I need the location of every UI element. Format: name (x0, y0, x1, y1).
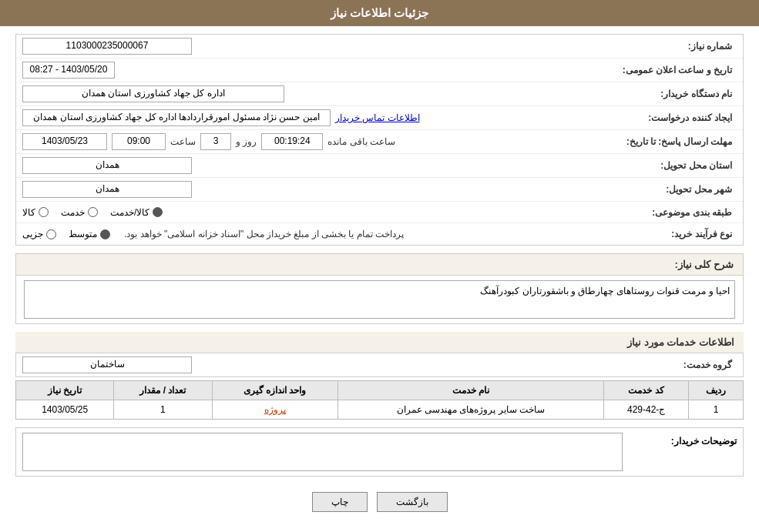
buyer-desc-area (22, 433, 623, 471)
category-value-cell: کالا/خدمت خدمت کالا (22, 207, 629, 218)
deadline-row: مهلت ارسال پاسخ: تا تاریخ: ساعت باقی مان… (16, 130, 743, 154)
time-label: ساعت (170, 136, 196, 147)
radio-label-goods-service: کالا/خدمت (110, 207, 149, 218)
creator-contact-link[interactable]: اطلاعات تماس خریدار (335, 112, 420, 123)
creator-inline: اطلاعات تماس خریدار امین حسن نژاد مسئول … (22, 109, 420, 126)
buyer-org-row: نام دستگاه خریدار: اداره کل جهاد کشاورزی… (16, 82, 743, 106)
cell-service-name: ساخت سایر پروژه‌های مهندسی عمران (338, 400, 604, 420)
need-description-section: شرح کلی نیاز: احیا و مرمت قنوات روستاهای… (15, 253, 744, 324)
category-radio-goods-service[interactable]: کالا/خدمت (110, 207, 163, 218)
radio-label-medium: متوسط (69, 229, 97, 239)
city-row: شهر محل تحویل: همدان (16, 178, 743, 202)
buyer-org-input: اداره کل جهاد کشاورزی استان همدان (22, 85, 284, 102)
time-input: 09:00 (112, 133, 166, 150)
radio-label-small: جزیی (22, 229, 43, 239)
purchase-type-label: نوع فرآیند خرید: (629, 229, 737, 239)
services-table-body: 1 ج-42-429 ساخت سایر پروژه‌های مهندسی عم… (16, 400, 744, 420)
purchase-type-inline: پرداخت تمام یا بخشی از مبلغ خریداز محل "… (22, 229, 404, 239)
announce-row: تاریخ و ساعت اعلان عمومی: 1403/05/20 - 0… (16, 59, 743, 82)
province-input: همدان (22, 157, 192, 174)
purchase-type-row: نوع فرآیند خرید: پرداخت تمام یا بخشی از … (16, 223, 743, 245)
category-radio-goods[interactable]: کالا (22, 207, 49, 218)
remaining-label: ساعت باقی مانده (327, 136, 395, 147)
buyer-org-value-cell: اداره کل جهاد کشاورزی استان همدان (22, 85, 629, 102)
content-area: شماره نیاز: 1103000235000067 تاریخ و ساع… (0, 26, 759, 532)
cell-service-code: ج-42-429 (604, 400, 689, 420)
need-description-area: احیا و مرمت قنوات روستاهای چهارطاق و باش… (16, 276, 743, 323)
page-wrapper: جزئیات اطلاعات نیاز شماره نیاز: 11030002… (0, 0, 759, 532)
deadline-label: مهلت ارسال پاسخ: تا تاریخ: (626, 136, 737, 147)
service-group-value-cell: ساختمان (22, 356, 629, 373)
services-section-title: اطلاعات خدمات مورد نیاز (15, 332, 744, 353)
remaining-input: 00:19:24 (261, 133, 323, 150)
days-label: روز و (236, 136, 257, 147)
category-row: طبقه بندی موضوعی: کالا/خدمت خدمت (16, 202, 743, 223)
need-number-input: 1103000235000067 (22, 38, 192, 55)
need-description-box[interactable]: احیا و مرمت قنوات روستاهای چهارطاق و باش… (24, 280, 735, 319)
province-value-cell: همدان (22, 157, 629, 174)
radio-label-service: خدمت (61, 207, 85, 218)
province-label: استان محل تحویل: (629, 160, 737, 171)
date-input: 1403/05/23 (22, 133, 107, 150)
buyer-org-label: نام دستگاه خریدار: (629, 89, 737, 99)
back-button[interactable]: بازگشت (377, 492, 448, 512)
city-value-cell: همدان (22, 181, 629, 198)
need-number-label: شماره نیاز: (629, 41, 737, 52)
col-qty: تعداد / مقدار (114, 381, 212, 400)
announce-value-cell: 1403/05/20 - 08:27 (22, 62, 623, 79)
purchase-type-radio-group: متوسط جزیی (22, 229, 110, 239)
creator-row: ایجاد کننده درخواست: اطلاعات تماس خریدار… (16, 106, 743, 130)
need-number-value-cell: 1103000235000067 (22, 38, 629, 55)
col-row-num: ردیف (688, 381, 743, 400)
purchase-type-radio-small[interactable]: جزیی (22, 229, 56, 239)
col-service-code: کد خدمت (604, 381, 689, 400)
buyer-desc-section: توضیحات خریدار: (15, 427, 744, 477)
purchase-type-radio-medium[interactable]: متوسط (69, 229, 110, 239)
col-service-name: نام خدمت (338, 381, 604, 400)
cell-unit: پروژه (212, 400, 338, 420)
services-section: اطلاعات خدمات مورد نیاز گروه خدمت: ساختم… (15, 332, 744, 420)
need-description-title: شرح کلی نیاز: (16, 254, 743, 276)
services-table: ردیف کد خدمت نام خدمت واحد اندازه گیری ت… (15, 380, 744, 420)
radio-icon-service (88, 207, 98, 217)
services-table-head: ردیف کد خدمت نام خدمت واحد اندازه گیری ت… (16, 381, 744, 400)
category-label: طبقه بندی موضوعی: (629, 207, 737, 218)
service-group-label: گروه خدمت: (629, 360, 737, 370)
radio-icon-goods (39, 207, 49, 217)
city-input: همدان (22, 181, 192, 198)
service-group-input: ساختمان (22, 356, 192, 373)
province-row: استان محل تحویل: همدان (16, 154, 743, 178)
main-info-section: شماره نیاز: 1103000235000067 تاریخ و ساع… (15, 34, 744, 246)
cell-row-num: 1 (688, 400, 743, 420)
radio-icon-goods-service (153, 207, 163, 217)
footer-buttons: بازگشت چاپ (15, 484, 744, 524)
need-number-inline: 1103000235000067 (22, 38, 192, 55)
radio-icon-medium (100, 229, 110, 239)
category-radio-service[interactable]: خدمت (61, 207, 98, 218)
purchase-type-value-cell: پرداخت تمام یا بخشی از مبلغ خریداز محل "… (22, 229, 629, 239)
purchase-type-note: پرداخت تمام یا بخشی از مبلغ خریداز محل "… (124, 229, 404, 239)
deadline-inline: ساعت باقی مانده 00:19:24 روز و 3 ساعت 09… (22, 133, 395, 150)
days-input: 3 (200, 133, 231, 150)
creator-input: امین حسن نژاد مسئول امورقراردادها اداره … (22, 109, 331, 126)
buyer-desc-box[interactable] (22, 433, 623, 471)
col-unit: واحد اندازه گیری (212, 381, 338, 400)
buyer-desc-row: توضیحات خریدار: (16, 428, 743, 476)
category-radio-group: کالا/خدمت خدمت کالا (22, 207, 163, 218)
print-button[interactable]: چاپ (312, 492, 368, 512)
col-date: تاریخ نیاز (16, 381, 114, 400)
table-row: 1 ج-42-429 ساخت سایر پروژه‌های مهندسی عم… (16, 400, 744, 420)
service-group-row: گروه خدمت: ساختمان (15, 353, 744, 377)
city-label: شهر محل تحویل: (629, 184, 737, 195)
need-number-row: شماره نیاز: 1103000235000067 (16, 35, 743, 59)
page-title: جزئیات اطلاعات نیاز (331, 6, 428, 19)
radio-label-goods: کالا (22, 207, 35, 218)
creator-value-cell: اطلاعات تماس خریدار امین حسن نژاد مسئول … (22, 109, 629, 126)
cell-qty: 1 (114, 400, 212, 420)
radio-icon-small (46, 229, 56, 239)
creator-label: ایجاد کننده درخواست: (629, 112, 737, 123)
announce-input: 1403/05/20 - 08:27 (22, 62, 115, 79)
buyer-desc-label: توضیحات خریدار: (629, 433, 737, 447)
announce-label: تاریخ و ساعت اعلان عمومی: (623, 65, 737, 75)
cell-date: 1403/05/25 (16, 400, 114, 420)
